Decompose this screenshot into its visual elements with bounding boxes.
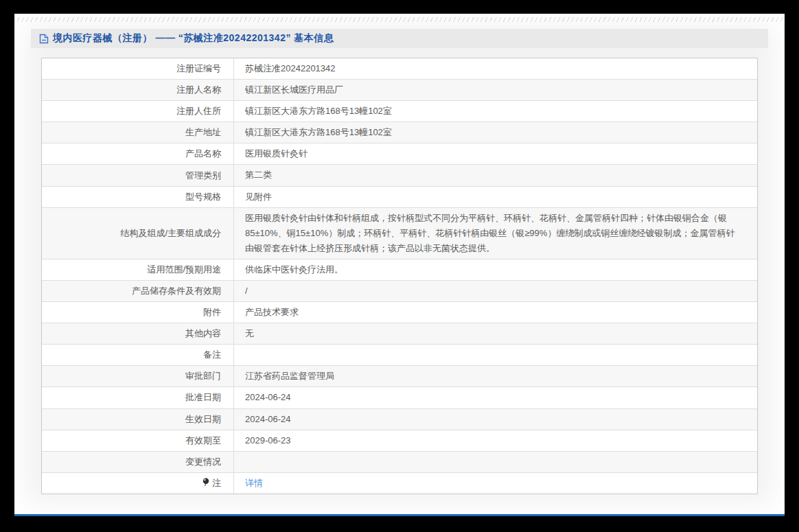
row-label-text: 产品储存条件及有效期: [132, 285, 221, 297]
document-icon: [39, 34, 49, 44]
row-value-text: 江苏省药品监督管理局: [245, 369, 334, 384]
row-label: 注: [42, 473, 234, 494]
row-value-text: 第二类: [245, 167, 272, 183]
row-value: 2029-06-23: [234, 430, 757, 451]
table-row: 附件产品技术要求: [42, 302, 757, 323]
row-value: 镇江新区大港东方路168号13幢102室: [234, 101, 757, 122]
table-row: 生效日期2024-06-24: [42, 409, 757, 430]
row-value-text: 见附件: [245, 189, 272, 205]
row-value-text: 2024-06-24: [245, 412, 291, 427]
row-label-text: 其他内容: [185, 327, 221, 340]
table-row: 注册人住所镇江新区大港东方路168号13幢102室: [42, 101, 757, 122]
table-row: 产品储存条件及有效期/: [42, 281, 757, 302]
row-value: [234, 452, 757, 472]
row-value: 供临床中医针灸疗法用。: [234, 259, 757, 280]
row-label: 管理类别: [42, 165, 234, 185]
row-label: 结构及组成/主要组成成分: [42, 208, 234, 259]
row-label: 生产地址: [42, 122, 234, 143]
row-value: 2024-06-24: [234, 409, 757, 430]
row-label-text: 生效日期: [185, 413, 221, 426]
row-label: 备注: [42, 345, 234, 365]
row-label-text: 有效期至: [185, 435, 221, 447]
row-value: 镇江新区大港东方路168号13幢102室: [234, 122, 757, 143]
row-value: 详情: [234, 473, 757, 494]
row-label-text: 注: [212, 477, 221, 489]
page-background: 境内医疗器械（注册） —— “苏械注准20242201342” 基本信息 注册证…: [14, 14, 785, 514]
row-label-text: 批准日期: [185, 391, 221, 404]
row-value-text: 镇江新区大港东方路168号13幢102室: [245, 104, 392, 119]
table-row: 注详情: [42, 473, 757, 494]
row-value: 江苏省药品监督管理局: [234, 366, 757, 386]
hatch-texture-band: [14, 17, 785, 22]
row-label-text: 变更情况: [185, 456, 221, 468]
row-label-text: 附件: [203, 306, 221, 319]
table-row: 适用范围/预期用途供临床中医针灸疗法用。: [42, 259, 757, 281]
registration-info-table: 注册证编号苏械注准20242201342注册人名称镇江新区长城医疗用品厂注册人住…: [41, 58, 758, 494]
table-row: 产品名称医用银质针灸针: [42, 143, 757, 165]
row-value: 产品技术要求: [234, 302, 757, 323]
detail-link[interactable]: 详情: [245, 476, 263, 491]
table-row: 审批部门江苏省药品监督管理局: [42, 366, 757, 387]
row-label-text: 注册人住所: [176, 105, 221, 117]
row-label: 审批部门: [42, 366, 234, 386]
row-value: 2024-06-24: [234, 387, 757, 408]
row-label-text: 型号规格: [185, 191, 221, 203]
row-label-text: 适用范围/预期用途: [147, 264, 221, 276]
table-row: 管理类别第二类: [42, 165, 757, 186]
row-label: 附件: [42, 302, 234, 323]
balloon-icon: [202, 478, 209, 489]
row-value-text: 镇江新区长城医疗用品厂: [245, 82, 343, 97]
row-value: 见附件: [234, 187, 757, 207]
table-row: 批准日期2024-06-24: [42, 387, 757, 408]
row-label-text: 注册证编号: [176, 62, 221, 75]
row-label: 批准日期: [42, 387, 234, 408]
row-label: 变更情况: [42, 452, 234, 472]
row-value-text: 医用银质针灸针: [245, 146, 308, 161]
row-label: 产品名称: [42, 143, 234, 164]
row-label-text: 备注: [203, 349, 221, 361]
row-label: 型号规格: [42, 187, 234, 207]
footer-accent-line: [14, 514, 785, 516]
row-value: 医用银质针灸针: [234, 143, 757, 164]
row-label-text: 注册人名称: [176, 84, 221, 96]
table-row: 其他内容无: [42, 323, 757, 345]
row-label-text: 结构及组成/主要组成成分: [120, 227, 221, 240]
row-value-text: /: [245, 284, 248, 299]
table-row: 变更情况: [42, 452, 757, 473]
table-row: 生产地址镇江新区大港东方路168号13幢102室: [42, 122, 757, 143]
row-value-text: 供临床中医针灸疗法用。: [245, 262, 343, 277]
row-label-text: 管理类别: [185, 170, 221, 182]
table-row: 有效期至2029-06-23: [42, 430, 757, 452]
row-value-text: 2029-06-23: [245, 433, 291, 448]
row-label: 产品储存条件及有效期: [42, 281, 234, 301]
row-value-text: 苏械注准20242201342: [245, 61, 336, 76]
page-title: 境内医疗器械（注册） —— “苏械注准20242201342” 基本信息: [53, 32, 334, 45]
page-header: 境内医疗器械（注册） —— “苏械注准20242201342” 基本信息: [31, 29, 768, 48]
row-value-text: 无: [245, 326, 254, 341]
row-value: 镇江新区长城医疗用品厂: [234, 80, 757, 100]
table-row: 型号规格见附件: [42, 187, 757, 208]
row-value-text: 2024-06-24: [245, 390, 291, 405]
row-value-text: 产品技术要求: [245, 305, 299, 320]
row-value: /: [234, 281, 757, 301]
row-value: 无: [234, 323, 757, 344]
row-value: 第二类: [234, 165, 757, 185]
row-value: [234, 345, 757, 365]
table-row: 结构及组成/主要组成成分医用银质针灸针由针体和针柄组成，按针柄型式不同分为平柄针…: [42, 208, 757, 259]
row-label: 生效日期: [42, 409, 234, 430]
row-value-text: 医用银质针灸针由针体和针柄组成，按针柄型式不同分为平柄针、环柄针、花柄针、金属管…: [245, 211, 743, 256]
table-row: 注册人名称镇江新区长城医疗用品厂: [42, 80, 757, 101]
table-row: 注册证编号苏械注准20242201342: [42, 58, 757, 80]
row-label-text: 产品名称: [185, 148, 221, 160]
row-label-text: 审批部门: [185, 370, 221, 382]
row-value-text: 镇江新区大港东方路168号13幢102室: [245, 125, 392, 140]
row-value: 医用银质针灸针由针体和针柄组成，按针柄型式不同分为平柄针、环柄针、花柄针、金属管…: [234, 208, 757, 259]
row-label: 有效期至: [42, 430, 234, 451]
table-row: 备注: [42, 345, 757, 366]
row-label: 注册人住所: [42, 101, 234, 122]
row-value: 苏械注准20242201342: [234, 58, 757, 79]
row-label: 其他内容: [42, 323, 234, 344]
row-label: 注册证编号: [42, 58, 234, 79]
row-label: 注册人名称: [42, 80, 234, 100]
row-label-text: 生产地址: [185, 126, 221, 139]
